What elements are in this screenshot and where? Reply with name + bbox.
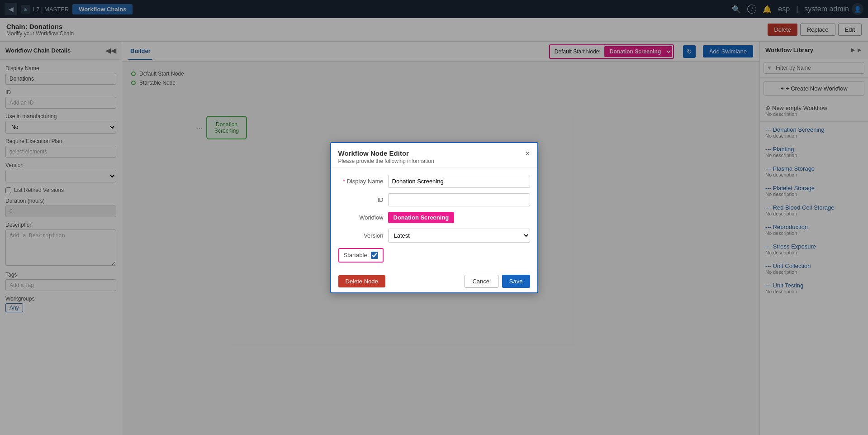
modal-footer: Delete Node Cancel Save: [331, 270, 537, 292]
modal-display-name-label: * Display Name: [338, 178, 384, 185]
modal-id-input[interactable]: [388, 193, 530, 206]
modal-startable-label: Startable: [344, 252, 367, 258]
modal-body: * Display Name ID Workflow Donation Scre…: [331, 167, 537, 270]
modal-title: Workflow Node Editor: [338, 149, 434, 157]
modal-close-button[interactable]: ×: [525, 149, 530, 158]
modal-overlay: Workflow Node Editor Please provide the …: [0, 0, 868, 435]
required-star: *: [343, 178, 345, 185]
modal-footer-right: Cancel Save: [465, 275, 530, 288]
modal-title-group: Workflow Node Editor Please provide the …: [338, 149, 434, 164]
cancel-button[interactable]: Cancel: [465, 275, 498, 288]
save-button[interactable]: Save: [502, 275, 530, 288]
modal-display-name-input[interactable]: [388, 175, 530, 188]
modal-version-select[interactable]: Latest: [388, 229, 530, 243]
modal-id-row: ID: [338, 193, 530, 206]
modal-subtitle: Please provide the following information: [338, 158, 434, 164]
modal-header: Workflow Node Editor Please provide the …: [331, 143, 537, 167]
modal-id-label: ID: [338, 196, 384, 203]
modal-startable-checkbox[interactable]: [371, 252, 378, 259]
modal-workflow-label: Workflow: [338, 214, 384, 221]
modal-version-label: Version: [338, 232, 384, 239]
modal-workflow-badge: Donation Screening: [388, 212, 455, 223]
modal-startable-row: Startable: [338, 248, 384, 263]
workflow-node-editor-modal: Workflow Node Editor Please provide the …: [330, 142, 538, 293]
modal-display-name-row: * Display Name: [338, 175, 530, 188]
delete-node-button[interactable]: Delete Node: [338, 275, 385, 287]
modal-version-row: Version Latest: [338, 229, 530, 243]
modal-workflow-row: Workflow Donation Screening: [338, 212, 530, 223]
